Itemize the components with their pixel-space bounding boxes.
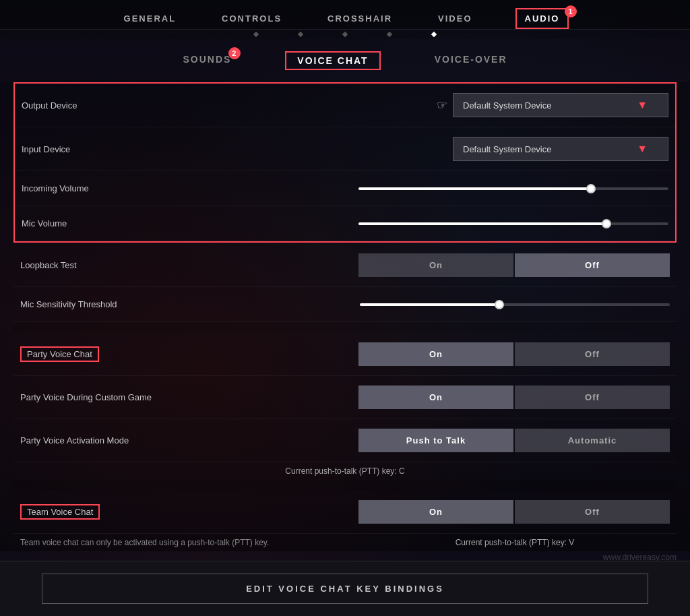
- party-activation-control: Push to Talk Automatic: [209, 429, 670, 452]
- mic-sensitivity-control: [209, 303, 670, 306]
- loopback-control: On Off: [209, 253, 670, 277]
- party-voice-label: Party Voice Chat: [20, 346, 209, 362]
- mic-sensitivity-slider[interactable]: [360, 303, 670, 306]
- output-device-row: Output Device ☞ Default System Device ▼: [15, 84, 675, 127]
- party-custom-on-btn[interactable]: On: [358, 386, 513, 409]
- mic-slider-thumb: [602, 219, 611, 228]
- output-device-control: ☞ Default System Device ▼: [210, 93, 668, 117]
- sub-nav: SOUNDS 2 VOICE CHAT VOICE-OVER: [0, 39, 690, 82]
- slider-fill: [358, 187, 591, 190]
- mic-volume-slider[interactable]: [358, 222, 668, 225]
- cursor-icon: ☞: [437, 98, 447, 113]
- mic-volume-label: Mic Volume: [22, 218, 210, 228]
- top-nav: GENERAL CONTROLS CROSSHAIR VIDEO AUDIO 1: [0, 0, 690, 30]
- mic-sensitivity-row: Mic Sensitivity Threshold: [13, 287, 677, 322]
- nav-crosshair[interactable]: CROSSHAIR: [325, 8, 395, 29]
- loopback-test-row: Loopback Test On Off: [13, 244, 677, 287]
- main-content: Output Device ☞ Default System Device ▼ …: [0, 82, 690, 551]
- team-voice-off-btn[interactable]: Off: [515, 500, 670, 524]
- input-device-row: Input Device Default System Device ▼: [15, 127, 675, 171]
- mic-sens-fill: [360, 303, 499, 306]
- nav-dots: [0, 30, 690, 39]
- mic-volume-row: Mic Volume: [15, 206, 675, 241]
- party-voice-on-btn[interactable]: On: [358, 342, 513, 366]
- dot-controls: [298, 32, 303, 37]
- mic-sensitivity-label: Mic Sensitivity Threshold: [20, 299, 209, 309]
- input-device-label: Input Device: [22, 144, 210, 154]
- party-custom-off-btn[interactable]: Off: [515, 386, 670, 409]
- device-section: Output Device ☞ Default System Device ▼ …: [13, 82, 677, 243]
- loopback-on-btn[interactable]: On: [358, 253, 513, 277]
- loopback-toggle: On Off: [358, 253, 670, 277]
- party-auto-btn[interactable]: Automatic: [515, 429, 670, 452]
- incoming-volume-row: Incoming Volume: [15, 171, 675, 206]
- audio-badge: 1: [565, 5, 577, 18]
- incoming-volume-label: Incoming Volume: [22, 183, 210, 193]
- input-device-control: Default System Device ▼: [210, 137, 668, 161]
- party-voice-row: Party Voice Chat On Off: [13, 333, 677, 376]
- party-custom-toggle: On Off: [358, 386, 670, 409]
- dot-video: [387, 32, 392, 37]
- dot-audio: [431, 32, 437, 37]
- dropdown-arrow-input: ▼: [637, 143, 648, 155]
- subnav-sounds[interactable]: SOUNDS 2: [183, 51, 231, 70]
- party-activation-row: Party Voice Activation Mode Push to Talk…: [13, 419, 677, 462]
- dropdown-arrow-output: ▼: [637, 99, 648, 111]
- team-voice-highlight: Team Voice Chat: [20, 504, 100, 520]
- mic-sens-thumb: [495, 300, 504, 309]
- input-device-dropdown[interactable]: Default System Device ▼: [453, 137, 668, 161]
- party-voice-control: On Off: [209, 342, 670, 366]
- loopback-label: Loopback Test: [20, 260, 209, 270]
- team-voice-control: On Off: [209, 500, 670, 524]
- edit-bindings-button[interactable]: EDIT VOICE CHAT KEY BINDINGS: [42, 574, 648, 604]
- party-ptt-btn[interactable]: Push to Talk: [358, 429, 513, 452]
- party-custom-control: On Off: [209, 386, 670, 409]
- party-activation-label: Party Voice Activation Mode: [20, 435, 209, 445]
- nav-general[interactable]: GENERAL: [121, 8, 179, 29]
- nav-audio[interactable]: AUDIO 1: [515, 8, 569, 29]
- party-activation-toggle: Push to Talk Automatic: [358, 429, 670, 452]
- party-voice-highlight: Party Voice Chat: [20, 346, 99, 362]
- party-custom-label: Party Voice During Custom Game: [20, 392, 209, 402]
- dot-crosshair: [342, 32, 348, 37]
- dot-general: [253, 32, 259, 37]
- team-ptt-info: Current push-to-talk (PTT) key: V: [360, 538, 670, 547]
- bottom-bar: EDIT VOICE CHAT KEY BINDINGS: [0, 561, 690, 616]
- team-voice-row: Team Voice Chat On Off: [13, 491, 677, 534]
- output-device-label: Output Device: [22, 100, 210, 111]
- mic-slider-fill: [358, 222, 606, 225]
- team-voice-info-text: Team voice chat can only be activated us…: [20, 538, 360, 547]
- team-voice-label-container: Team Voice Chat: [20, 504, 209, 520]
- team-voice-toggle: On Off: [358, 500, 670, 524]
- loopback-off-btn[interactable]: Off: [515, 253, 670, 277]
- output-device-dropdown[interactable]: Default System Device ▼: [453, 93, 668, 117]
- mic-volume-control: [210, 222, 668, 225]
- nav-controls[interactable]: CONTROLS: [219, 8, 284, 29]
- subnav-voice-over[interactable]: VOICE-OVER: [435, 51, 507, 70]
- incoming-volume-slider[interactable]: [358, 187, 668, 190]
- sounds-badge: 2: [228, 47, 241, 59]
- party-custom-row: Party Voice During Custom Game On Off: [13, 376, 677, 419]
- slider-thumb: [586, 184, 596, 193]
- team-voice-info-row: Team voice chat can only be activated us…: [13, 534, 677, 551]
- party-voice-off-btn[interactable]: Off: [515, 342, 670, 366]
- party-ptt-info: Current push-to-talk (PTT) key: C: [13, 462, 677, 480]
- incoming-volume-control: [210, 187, 668, 190]
- subnav-voice-chat[interactable]: VOICE CHAT: [285, 51, 380, 70]
- party-voice-toggle: On Off: [358, 342, 670, 366]
- team-voice-on-btn[interactable]: On: [358, 500, 513, 524]
- nav-video[interactable]: VIDEO: [435, 8, 474, 29]
